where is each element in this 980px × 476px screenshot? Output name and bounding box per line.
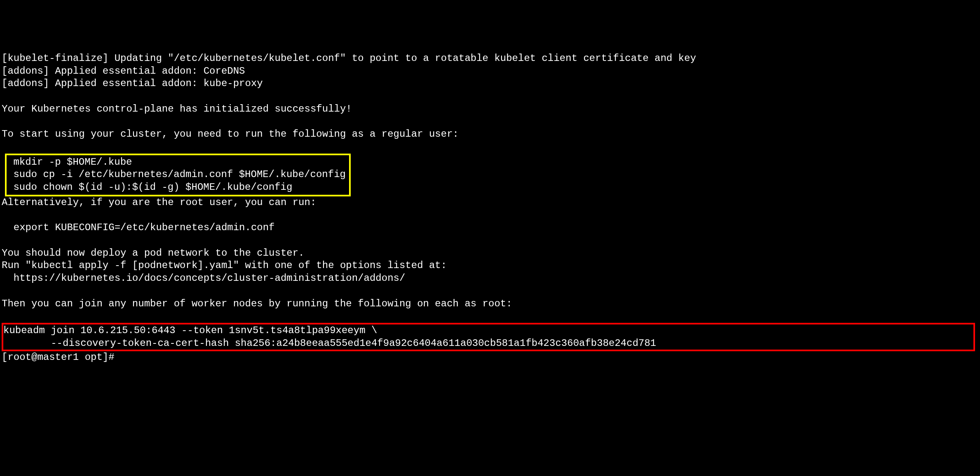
line-cp: sudo cp -i /etc/kubernetes/admin.conf $H…	[7, 168, 346, 181]
line-deploy-pod: You should now deploy a pod network to t…	[2, 247, 978, 260]
highlight-box-red: kubeadm join 10.6.215.50:6443 --token 1s…	[2, 323, 975, 351]
line-mkdir: mkdir -p $HOME/.kube	[7, 156, 346, 169]
blank-line	[2, 285, 978, 298]
line-run-kubectl: Run "kubectl apply -f [podnetwork].yaml"…	[2, 259, 978, 272]
line-addons-coredns: [addons] Applied essential addon: CoreDN…	[2, 65, 978, 78]
line-export: export KUBECONFIG=/etc/kubernetes/admin.…	[2, 222, 978, 234]
blank-line	[2, 310, 978, 323]
terminal-output[interactable]: [kubelet-finalize] Updating "/etc/kubern…	[2, 52, 978, 364]
line-join-nodes: Then you can join any number of worker n…	[2, 298, 978, 310]
line-url: https://kubernetes.io/docs/concepts/clus…	[2, 272, 978, 285]
line-start-cluster: To start using your cluster, you need to…	[2, 128, 978, 141]
highlight-box-yellow: mkdir -p $HOME/.kube sudo cp -i /etc/kub…	[5, 154, 351, 196]
blank-line	[2, 141, 978, 154]
line-kubeadm-join2: --discovery-token-ca-cert-hash sha256:a2…	[3, 337, 972, 350]
line-prompt[interactable]: [root@master1 opt]#	[2, 351, 978, 364]
line-kubelet-finalize: [kubelet-finalize] Updating "/etc/kubern…	[2, 52, 978, 65]
blank-line	[2, 209, 978, 222]
blank-line	[2, 115, 978, 128]
line-alternatively: Alternatively, if you are the root user,…	[2, 196, 978, 209]
blank-line	[2, 90, 978, 103]
blank-line	[2, 234, 978, 247]
line-kubeadm-join1: kubeadm join 10.6.215.50:6443 --token 1s…	[3, 324, 972, 337]
line-success: Your Kubernetes control-plane has initia…	[2, 103, 978, 116]
line-addons-kubeproxy: [addons] Applied essential addon: kube-p…	[2, 77, 978, 90]
line-chown: sudo chown $(id -u):$(id -g) $HOME/.kube…	[7, 181, 346, 194]
